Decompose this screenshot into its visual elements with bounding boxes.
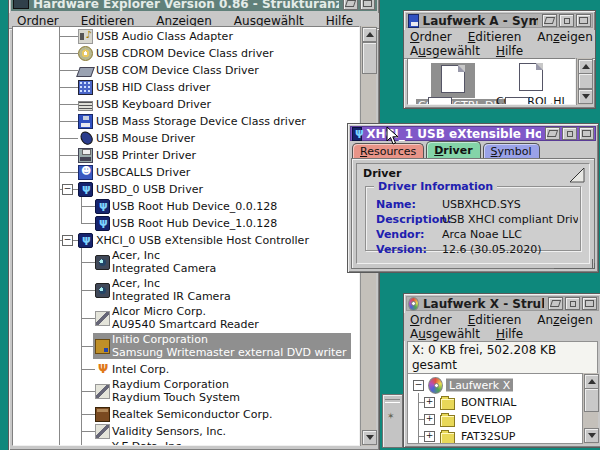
- hardware-explorer-app-icon[interactable]: [13, 0, 29, 9]
- tree-item-label: Acer, IncIntegrated Camera: [112, 249, 216, 275]
- tree-line: [59, 197, 60, 214]
- window-title: Laufwerk A - Symbolanz: [423, 14, 539, 28]
- usb-icon: [78, 182, 93, 197]
- laufwerk-x-titlebar[interactable]: Laufwerk X - Strukturan: [406, 296, 599, 311]
- usb-device-icon[interactable]: [352, 127, 362, 141]
- tree-item[interactable]: Initio CorporationSamsung Writemaster ex…: [13, 332, 359, 360]
- tree-item[interactable]: USB Mass Storage Device Class driver: [13, 112, 359, 129]
- collapse-toggle[interactable]: −: [413, 380, 424, 391]
- menu-item-ordner[interactable]: Ordner: [410, 30, 452, 44]
- tree-branch: [59, 104, 78, 105]
- menu-item-ordner[interactable]: Ordner: [410, 313, 452, 327]
- scroll-thumb[interactable]: [362, 42, 377, 74]
- clipped-file-icon[interactable]: [428, 97, 452, 105]
- scroll-up-button[interactable]: [362, 27, 377, 42]
- tree-item[interactable]: Validity Sensors, Inc.: [13, 422, 359, 439]
- hide-button[interactable]: [565, 297, 580, 310]
- tree-item[interactable]: USB Audio Class Adapter: [13, 27, 359, 44]
- tree-item[interactable]: USBCALLS Driver: [13, 163, 359, 180]
- tree-item[interactable]: USB CDROM Device Class driver: [13, 44, 359, 61]
- menu-item-editieren[interactable]: Editieren: [468, 30, 522, 44]
- shade-button[interactable]: [545, 127, 560, 140]
- xhci1-properties-dialog[interactable]: XHCI_1 USB eXtensible Host Controlle Res…: [347, 123, 599, 273]
- collapse-toggle[interactable]: −: [62, 235, 73, 246]
- page-title: Driver: [363, 167, 401, 180]
- menu-item-anzeigen[interactable]: Anzeigen: [537, 30, 592, 44]
- mouse-cursor: [386, 126, 400, 150]
- laufwerk-a-titlebar[interactable]: Laufwerk A - Symbolanz: [406, 13, 593, 28]
- window-title: Laufwerk X - Strukturan: [423, 297, 544, 311]
- tab-driver[interactable]: Driver: [426, 141, 480, 158]
- menu-item-hilfe[interactable]: Hilfe: [496, 44, 523, 58]
- maximize-button[interactable]: [582, 297, 597, 310]
- page-flip-icon[interactable]: [569, 167, 585, 187]
- vertical-scrollbar[interactable]: [576, 58, 592, 105]
- hide-button[interactable]: [562, 127, 577, 140]
- laufwerk-x-window[interactable]: Laufwerk X - Strukturan OrdnerEditierenA…: [403, 293, 600, 448]
- tree-item[interactable]: −XHCI_0 USB eXtensible Host Controller: [13, 231, 359, 248]
- tree-item[interactable]: USB Mouse Driver: [13, 129, 359, 146]
- clipped-file-icon[interactable]: [505, 97, 529, 105]
- menu-item-anzeigen[interactable]: Anzeigen: [537, 313, 592, 327]
- scroll-up-button[interactable]: [584, 374, 599, 389]
- scroll-thumb[interactable]: [578, 73, 593, 89]
- usb-icon: [78, 233, 93, 248]
- vertical-scrollbar[interactable]: [582, 373, 598, 444]
- directory-item[interactable]: +BONTRIAL: [408, 393, 582, 410]
- menu-item-ausgewählt[interactable]: Ausgewählt: [410, 44, 480, 58]
- tree-item[interactable]: USB Root Hub Device_0.0.128: [13, 197, 359, 214]
- tree-item[interactable]: Acer, IncIntegrated Camera: [13, 248, 359, 276]
- tree-item[interactable]: USB COM Device Class Driver: [13, 61, 359, 78]
- scroll-down-button[interactable]: [362, 430, 377, 445]
- tree-item[interactable]: USB Root Hub Device_1.0.128: [13, 214, 359, 231]
- hide-button[interactable]: [559, 14, 574, 27]
- maximize-button[interactable]: [360, 0, 375, 10]
- device-icon-slot: [78, 80, 93, 95]
- collapse-toggle[interactable]: −: [62, 184, 73, 195]
- menu-item-hilfe[interactable]: Hilfe: [496, 327, 523, 341]
- collapse-toggle[interactable]: +: [424, 431, 435, 442]
- tree-item[interactable]: USB HID Class driver: [13, 78, 359, 95]
- scroll-down-button[interactable]: [578, 89, 593, 104]
- device-icon-slot: [78, 46, 93, 61]
- os2-desktop: Hardware Explorer Version 0.86 - Struktu…: [0, 0, 600, 450]
- tree-item[interactable]: −USBD_0 USB Driver: [13, 180, 359, 197]
- tree-item[interactable]: Realtek Semiconductor Corp.: [13, 405, 359, 422]
- hide-button[interactable]: [343, 0, 358, 10]
- scroll-down-button[interactable]: [584, 428, 599, 443]
- device-icon-slot: [95, 255, 110, 270]
- tree-item-label: Raydium CorporationRaydium Touch System: [112, 378, 240, 404]
- scroll-up-button[interactable]: [578, 59, 593, 74]
- tree-item[interactable]: USB Printer Driver: [13, 146, 359, 163]
- shade-button[interactable]: [548, 297, 563, 310]
- shade-button[interactable]: [542, 14, 557, 27]
- chip-icon: [95, 339, 110, 354]
- cd-drive-icon[interactable]: [408, 297, 419, 311]
- menu-item-ausgewählt[interactable]: Ausgewählt: [410, 327, 480, 341]
- tree-item[interactable]: Alcor Micro Corp.AU9540 Smartcard Reader: [13, 304, 359, 332]
- hardware-explorer-window[interactable]: Hardware Explorer Version 0.86 - Struktu…: [8, 0, 380, 450]
- device-icon-slot: [95, 384, 110, 399]
- directory-item[interactable]: +FAT32SUP: [408, 427, 582, 444]
- tree-item[interactable]: Acer, IncIntegrated IR Camera: [13, 276, 359, 304]
- person-icon: [78, 165, 93, 180]
- menu-item-editieren[interactable]: Editieren: [468, 313, 522, 327]
- floppy-disk-icon[interactable]: [408, 14, 419, 28]
- directory-item[interactable]: +DEVELOP: [408, 410, 582, 427]
- tree-item-label: USBD_0 USB Driver: [96, 182, 203, 195]
- tree-line: [59, 276, 60, 304]
- collapse-toggle[interactable]: +: [424, 397, 435, 408]
- maximize-button[interactable]: [579, 127, 594, 140]
- drive-root-item[interactable]: −Laufwerk X: [408, 376, 582, 393]
- scroll-thumb[interactable]: [584, 388, 599, 412]
- tree-item[interactable]: Intel Corp.: [13, 360, 359, 377]
- maximize-button[interactable]: [576, 14, 591, 27]
- tree-line: [59, 332, 60, 360]
- tree-item[interactable]: USB Keyboard Driver: [13, 95, 359, 112]
- tree-item[interactable]: Y-E Data, Inc.FlashBuster-U Floppy: [13, 439, 359, 446]
- laufwerk-a-window[interactable]: Laufwerk A - Symbolanz OrdnerEditierenAn…: [403, 10, 596, 109]
- collapse-toggle[interactable]: +: [424, 414, 435, 425]
- tab-symbol[interactable]: Symbol: [483, 143, 540, 158]
- hardware-explorer-titlebar[interactable]: Hardware Explorer Version 0.86 - Struktu…: [11, 0, 377, 11]
- tree-item[interactable]: Raydium CorporationRaydium Touch System: [13, 377, 359, 405]
